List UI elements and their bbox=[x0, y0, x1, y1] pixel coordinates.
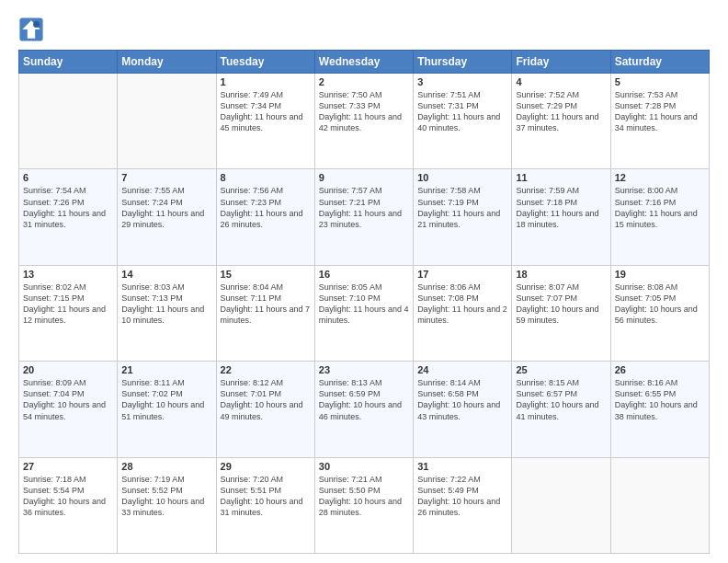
day-number: 5 bbox=[615, 76, 705, 87]
day-number: 15 bbox=[221, 269, 311, 280]
day-number: 21 bbox=[121, 364, 211, 375]
calendar-day-cell: 15Sunrise: 8:04 AM Sunset: 7:11 PM Dayli… bbox=[216, 265, 314, 361]
calendar-day-cell: 28Sunrise: 7:19 AM Sunset: 5:52 PM Dayli… bbox=[118, 457, 216, 553]
svg-point-2 bbox=[33, 21, 40, 28]
calendar-day-cell: 24Sunrise: 8:14 AM Sunset: 6:58 PM Dayli… bbox=[414, 362, 512, 457]
calendar-day-cell: 16Sunrise: 8:05 AM Sunset: 7:10 PM Dayli… bbox=[314, 265, 413, 361]
day-info: Sunrise: 8:15 AM Sunset: 6:57 PM Dayligh… bbox=[516, 377, 606, 422]
day-number: 13 bbox=[23, 269, 113, 280]
day-info: Sunrise: 8:07 AM Sunset: 7:07 PM Dayligh… bbox=[516, 282, 606, 327]
day-info: Sunrise: 8:02 AM Sunset: 7:15 PM Dayligh… bbox=[23, 282, 113, 327]
calendar-week-row: 6Sunrise: 7:54 AM Sunset: 7:26 PM Daylig… bbox=[19, 169, 710, 265]
day-number: 27 bbox=[23, 461, 113, 472]
day-info: Sunrise: 8:12 AM Sunset: 7:01 PM Dayligh… bbox=[221, 377, 311, 422]
calendar-day-cell bbox=[512, 457, 610, 553]
calendar-day-cell: 11Sunrise: 7:59 AM Sunset: 7:18 PM Dayli… bbox=[512, 169, 610, 265]
day-number: 12 bbox=[615, 172, 705, 183]
day-number: 31 bbox=[417, 461, 507, 472]
day-info: Sunrise: 8:05 AM Sunset: 7:10 PM Dayligh… bbox=[319, 282, 409, 327]
weekday-header-cell: Thursday bbox=[414, 51, 512, 74]
weekday-header-cell: Monday bbox=[118, 51, 216, 74]
day-number: 28 bbox=[121, 461, 211, 472]
calendar-week-row: 27Sunrise: 7:18 AM Sunset: 5:54 PM Dayli… bbox=[19, 457, 710, 553]
calendar-day-cell: 6Sunrise: 7:54 AM Sunset: 7:26 PM Daylig… bbox=[19, 169, 118, 265]
day-info: Sunrise: 8:04 AM Sunset: 7:11 PM Dayligh… bbox=[221, 282, 311, 327]
calendar-day-cell bbox=[610, 457, 709, 553]
calendar-week-row: 20Sunrise: 8:09 AM Sunset: 7:04 PM Dayli… bbox=[19, 362, 710, 457]
day-number: 1 bbox=[221, 76, 311, 87]
day-number: 10 bbox=[417, 172, 507, 183]
day-number: 24 bbox=[417, 364, 507, 375]
calendar-day-cell: 17Sunrise: 8:06 AM Sunset: 7:08 PM Dayli… bbox=[414, 265, 512, 361]
day-info: Sunrise: 8:13 AM Sunset: 6:59 PM Dayligh… bbox=[319, 377, 409, 422]
calendar-day-cell: 12Sunrise: 8:00 AM Sunset: 7:16 PM Dayli… bbox=[610, 169, 709, 265]
calendar-day-cell: 26Sunrise: 8:16 AM Sunset: 6:55 PM Dayli… bbox=[610, 362, 709, 457]
day-info: Sunrise: 8:08 AM Sunset: 7:05 PM Dayligh… bbox=[615, 282, 705, 327]
calendar-week-row: 13Sunrise: 8:02 AM Sunset: 7:15 PM Dayli… bbox=[19, 265, 710, 361]
calendar-day-cell: 13Sunrise: 8:02 AM Sunset: 7:15 PM Dayli… bbox=[19, 265, 118, 361]
day-info: Sunrise: 7:58 AM Sunset: 7:19 PM Dayligh… bbox=[417, 185, 507, 230]
calendar-day-cell: 22Sunrise: 8:12 AM Sunset: 7:01 PM Dayli… bbox=[216, 362, 314, 457]
calendar-day-cell: 1Sunrise: 7:49 AM Sunset: 7:34 PM Daylig… bbox=[216, 74, 314, 169]
calendar-day-cell bbox=[19, 74, 118, 169]
calendar-day-cell: 5Sunrise: 7:53 AM Sunset: 7:28 PM Daylig… bbox=[610, 74, 709, 169]
day-number: 17 bbox=[417, 269, 507, 280]
calendar-day-cell: 27Sunrise: 7:18 AM Sunset: 5:54 PM Dayli… bbox=[19, 457, 118, 553]
calendar-table: SundayMondayTuesdayWednesdayThursdayFrid… bbox=[18, 50, 710, 554]
calendar-day-cell: 25Sunrise: 8:15 AM Sunset: 6:57 PM Dayli… bbox=[512, 362, 610, 457]
day-number: 23 bbox=[319, 364, 409, 375]
calendar-day-cell: 8Sunrise: 7:56 AM Sunset: 7:23 PM Daylig… bbox=[216, 169, 314, 265]
day-info: Sunrise: 7:18 AM Sunset: 5:54 PM Dayligh… bbox=[23, 474, 113, 519]
day-number: 16 bbox=[319, 269, 409, 280]
day-info: Sunrise: 8:11 AM Sunset: 7:02 PM Dayligh… bbox=[121, 377, 211, 422]
calendar-day-cell: 30Sunrise: 7:21 AM Sunset: 5:50 PM Dayli… bbox=[314, 457, 413, 553]
day-number: 7 bbox=[121, 172, 211, 183]
weekday-header-cell: Tuesday bbox=[216, 51, 314, 74]
weekday-header-cell: Wednesday bbox=[314, 51, 413, 74]
day-number: 30 bbox=[319, 461, 409, 472]
day-number: 14 bbox=[121, 269, 211, 280]
day-info: Sunrise: 8:09 AM Sunset: 7:04 PM Dayligh… bbox=[23, 377, 113, 422]
calendar-day-cell: 23Sunrise: 8:13 AM Sunset: 6:59 PM Dayli… bbox=[314, 362, 413, 457]
calendar-day-cell: 10Sunrise: 7:58 AM Sunset: 7:19 PM Dayli… bbox=[414, 169, 512, 265]
day-info: Sunrise: 8:14 AM Sunset: 6:58 PM Dayligh… bbox=[417, 377, 507, 422]
calendar-day-cell: 21Sunrise: 8:11 AM Sunset: 7:02 PM Dayli… bbox=[118, 362, 216, 457]
day-info: Sunrise: 7:22 AM Sunset: 5:49 PM Dayligh… bbox=[417, 474, 507, 519]
calendar-day-cell bbox=[118, 74, 216, 169]
day-number: 25 bbox=[516, 364, 606, 375]
day-number: 20 bbox=[23, 364, 113, 375]
header bbox=[18, 17, 710, 42]
day-number: 18 bbox=[516, 269, 606, 280]
day-info: Sunrise: 7:54 AM Sunset: 7:26 PM Dayligh… bbox=[23, 185, 113, 230]
calendar-day-cell: 3Sunrise: 7:51 AM Sunset: 7:31 PM Daylig… bbox=[414, 74, 512, 169]
day-number: 29 bbox=[221, 461, 311, 472]
day-info: Sunrise: 7:49 AM Sunset: 7:34 PM Dayligh… bbox=[221, 89, 311, 134]
calendar-day-cell: 4Sunrise: 7:52 AM Sunset: 7:29 PM Daylig… bbox=[512, 74, 610, 169]
logo-icon bbox=[18, 17, 44, 42]
day-number: 8 bbox=[221, 172, 311, 183]
calendar-day-cell: 14Sunrise: 8:03 AM Sunset: 7:13 PM Dayli… bbox=[118, 265, 216, 361]
weekday-header-row: SundayMondayTuesdayWednesdayThursdayFrid… bbox=[19, 51, 710, 74]
day-info: Sunrise: 7:56 AM Sunset: 7:23 PM Dayligh… bbox=[221, 185, 311, 230]
day-number: 26 bbox=[615, 364, 705, 375]
day-info: Sunrise: 7:53 AM Sunset: 7:28 PM Dayligh… bbox=[615, 89, 705, 134]
calendar-day-cell: 31Sunrise: 7:22 AM Sunset: 5:49 PM Dayli… bbox=[414, 457, 512, 553]
calendar-week-row: 1Sunrise: 7:49 AM Sunset: 7:34 PM Daylig… bbox=[19, 74, 710, 169]
day-number: 11 bbox=[516, 172, 606, 183]
calendar-day-cell: 18Sunrise: 8:07 AM Sunset: 7:07 PM Dayli… bbox=[512, 265, 610, 361]
day-info: Sunrise: 8:00 AM Sunset: 7:16 PM Dayligh… bbox=[615, 185, 705, 230]
weekday-header-cell: Friday bbox=[512, 51, 610, 74]
day-info: Sunrise: 8:16 AM Sunset: 6:55 PM Dayligh… bbox=[615, 377, 705, 422]
calendar-day-cell: 20Sunrise: 8:09 AM Sunset: 7:04 PM Dayli… bbox=[19, 362, 118, 457]
day-info: Sunrise: 7:21 AM Sunset: 5:50 PM Dayligh… bbox=[319, 474, 409, 519]
calendar-day-cell: 29Sunrise: 7:20 AM Sunset: 5:51 PM Dayli… bbox=[216, 457, 314, 553]
weekday-header-cell: Sunday bbox=[19, 51, 118, 74]
day-info: Sunrise: 8:03 AM Sunset: 7:13 PM Dayligh… bbox=[121, 282, 211, 327]
day-number: 3 bbox=[417, 76, 507, 87]
day-info: Sunrise: 7:59 AM Sunset: 7:18 PM Dayligh… bbox=[516, 185, 606, 230]
day-number: 19 bbox=[615, 269, 705, 280]
day-info: Sunrise: 7:50 AM Sunset: 7:33 PM Dayligh… bbox=[319, 89, 409, 134]
day-info: Sunrise: 7:19 AM Sunset: 5:52 PM Dayligh… bbox=[121, 474, 211, 519]
day-info: Sunrise: 7:55 AM Sunset: 7:24 PM Dayligh… bbox=[121, 185, 211, 230]
calendar-body: 1Sunrise: 7:49 AM Sunset: 7:34 PM Daylig… bbox=[19, 74, 710, 554]
